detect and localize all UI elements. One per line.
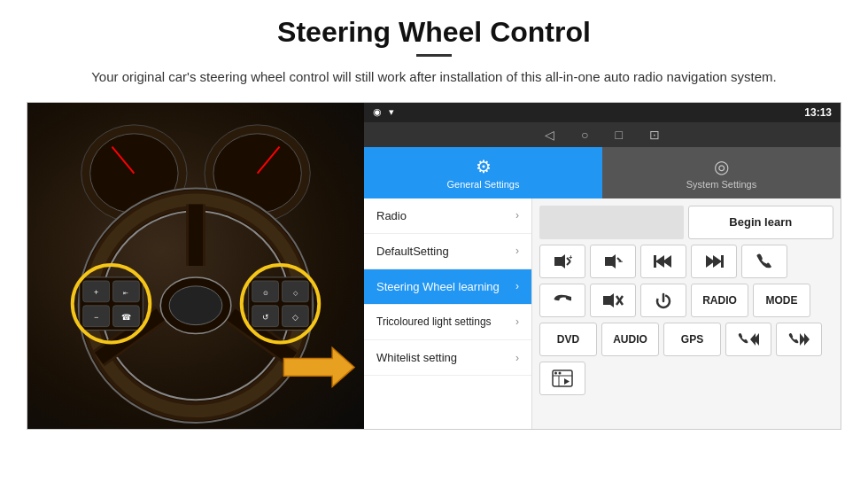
vol-up-button[interactable]: + (539, 245, 585, 278)
steering-wheel-svg: + ⇤ − ☎ ⊙ ◇ ↺ ◇ (27, 103, 364, 429)
svg-marker-51 (713, 255, 722, 268)
svg-text:+: + (94, 287, 98, 296)
call-next-icon (788, 332, 810, 346)
svg-line-42 (567, 261, 570, 265)
gps-button[interactable]: GPS (663, 323, 721, 356)
menu-radio-label: Radio (376, 209, 407, 222)
svg-marker-44 (605, 254, 616, 268)
radio-button[interactable]: RADIO (691, 284, 748, 317)
menu-item-default[interactable]: DefaultSetting › (364, 234, 531, 269)
menu-item-whitelist[interactable]: Whitelist setting › (364, 340, 531, 376)
content-area: + ⇤ − ☎ ⊙ ◇ ↺ ◇ (27, 102, 841, 430)
chevron-icon: › (515, 280, 519, 292)
chevron-icon: › (515, 209, 519, 222)
call-prev-button[interactable] (725, 323, 771, 356)
call-icon (756, 253, 773, 270)
media-icon (552, 370, 573, 387)
controls-panel: Begin learn + (532, 198, 841, 429)
power-icon (655, 292, 672, 309)
wifi-icon: ▾ (389, 106, 394, 118)
menu-item-tricoloured[interactable]: Tricoloured light settings › (364, 305, 531, 341)
learn-spacer (539, 206, 684, 239)
tab-general-label: General Settings (447, 179, 520, 190)
recents-nav-icon[interactable]: □ (616, 128, 623, 142)
page-title: Steering Wheel Control (27, 16, 841, 49)
svg-text:⊙: ⊙ (263, 289, 268, 295)
call-prev-icon (738, 332, 759, 346)
begin-learn-row: Begin learn (539, 206, 833, 239)
prev-icon (654, 254, 673, 268)
steering-wheel-image: + ⇤ − ☎ ⊙ ◇ ↺ ◇ (27, 103, 364, 429)
svg-point-18 (169, 285, 222, 324)
svg-rect-49 (654, 255, 656, 268)
controls-row-3: DVD AUDIO GPS (539, 323, 833, 356)
svg-point-66 (559, 371, 562, 374)
hang-up-button[interactable] (539, 284, 585, 317)
svg-point-65 (554, 371, 557, 374)
mute-icon (601, 292, 624, 308)
hang-up-icon (554, 292, 571, 309)
status-bar: ◉ ▾ 13:13 (364, 103, 841, 122)
menu-whitelist-label: Whitelist setting (376, 351, 457, 364)
svg-text:⇤: ⇤ (123, 289, 128, 295)
tab-system-settings[interactable]: ◎ System Settings (602, 147, 841, 198)
vol-up-icon: + (553, 253, 572, 269)
chevron-icon: › (515, 245, 519, 257)
page-subtitle: Your original car's steering wheel contr… (27, 67, 841, 88)
svg-marker-40 (554, 254, 565, 268)
vol-down-button[interactable]: − (590, 245, 636, 278)
svg-text:↺: ↺ (262, 312, 269, 321)
menu-steering-label: Steering Wheel learning (376, 280, 500, 293)
special-button[interactable] (539, 362, 585, 395)
svg-marker-61 (804, 333, 810, 346)
audio-button[interactable]: AUDIO (601, 323, 659, 356)
chevron-icon: › (515, 352, 519, 364)
menu-item-steering[interactable]: Steering Wheel learning › (364, 269, 531, 305)
system-settings-icon: ◎ (714, 156, 729, 177)
tab-system-label: System Settings (686, 179, 756, 190)
nav-bar: ◁ ○ □ ⊡ (364, 122, 841, 147)
svg-text:◇: ◇ (292, 312, 298, 321)
mute-button[interactable] (590, 284, 636, 317)
prev-track-button[interactable] (640, 245, 686, 278)
menu-controls-area: Radio › DefaultSetting › Steering Wheel … (364, 198, 841, 429)
tab-bar: ⚙ General Settings ◎ System Settings (364, 147, 841, 198)
svg-rect-52 (721, 255, 724, 268)
next-icon (704, 254, 724, 268)
controls-row-2: RADIO MODE (539, 284, 833, 317)
general-settings-icon: ⚙ (476, 156, 492, 177)
svg-marker-67 (564, 378, 570, 385)
chevron-icon: › (515, 315, 519, 330)
controls-row-4 (539, 362, 833, 395)
svg-text:☎: ☎ (121, 312, 131, 321)
mode-button[interactable]: MODE (753, 284, 810, 317)
menu-tricoloured-label: Tricoloured light settings (376, 315, 492, 330)
title-divider (416, 54, 452, 57)
svg-text:−: − (618, 257, 623, 266)
settings-menu: Radio › DefaultSetting › Steering Wheel … (364, 198, 532, 429)
next-track-button[interactable] (691, 245, 737, 278)
menu-item-radio[interactable]: Radio › (364, 198, 531, 234)
svg-text:−: − (94, 312, 98, 321)
svg-text:+: + (569, 253, 572, 261)
tab-general-settings[interactable]: ⚙ General Settings (364, 147, 602, 198)
status-time: 13:13 (804, 106, 832, 119)
home-nav-icon[interactable]: ○ (581, 128, 588, 142)
power-button[interactable] (640, 284, 686, 317)
vol-down-icon: − (603, 253, 623, 269)
status-icons: ◉ ▾ (373, 106, 394, 118)
back-nav-icon[interactable]: ◁ (545, 128, 554, 142)
begin-learn-button[interactable]: Begin learn (688, 206, 834, 239)
dvd-button[interactable]: DVD (539, 323, 597, 356)
menu-nav-icon[interactable]: ⊡ (649, 128, 660, 142)
menu-default-label: DefaultSetting (376, 245, 449, 258)
call-next-button[interactable] (776, 323, 822, 356)
controls-row-1: + − (539, 245, 833, 278)
location-icon: ◉ (373, 106, 382, 118)
call-button[interactable] (741, 245, 787, 278)
android-ui: ◉ ▾ 13:13 ◁ ○ □ ⊡ ⚙ General Settings ◎ (364, 103, 841, 429)
svg-marker-53 (603, 293, 614, 307)
